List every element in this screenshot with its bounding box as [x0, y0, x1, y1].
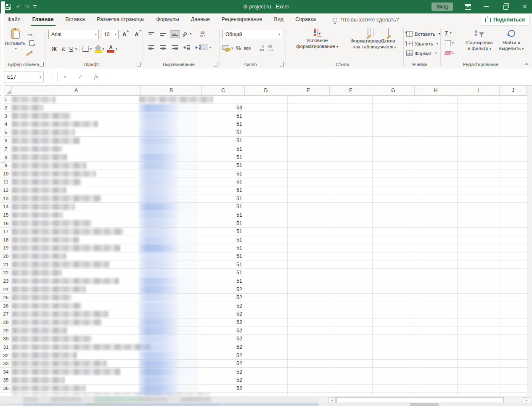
cell-value[interactable]: 53 [202, 104, 244, 112]
tab-view[interactable]: Вид [268, 13, 290, 26]
cell-value[interactable]: 52 [202, 335, 244, 343]
decrease-font-button[interactable]: А▼ [133, 31, 143, 37]
enter-entry-button[interactable]: ✓ [78, 74, 83, 80]
copy-button[interactable]: ▾ [28, 40, 35, 49]
row-header-18[interactable]: 18 [0, 236, 12, 244]
formula-input[interactable] [106, 72, 531, 82]
cell-value[interactable]: 51 [202, 120, 244, 128]
insert-cells-button[interactable]: ◂ Вставить▾ [406, 29, 440, 38]
cell-styles-button[interactable]: Стилиячеек▾ [375, 29, 401, 50]
row-header-33[interactable]: 33 [0, 360, 12, 368]
row-header-30[interactable]: 30 [0, 335, 12, 343]
horizontal-scrollbar-thumb[interactable] [336, 397, 504, 403]
row-header-36[interactable]: 36 [0, 385, 12, 393]
format-painter-button[interactable] [26, 48, 31, 57]
bold-button[interactable]: Ж [49, 46, 59, 52]
row-header-21[interactable]: 21 [0, 260, 12, 269]
increase-font-button[interactable]: А▲ [121, 31, 131, 37]
horizontal-splitter[interactable]: ⋮ [318, 397, 322, 401]
column-header-J[interactable]: J [500, 86, 527, 95]
cell-value[interactable]: 51 [202, 203, 244, 211]
vertical-scrollbar-thumb[interactable] [1, 1, 5, 163]
increase-decimal-button[interactable]: ←0,00 [259, 45, 264, 52]
column-header-E[interactable]: E [287, 86, 330, 95]
column-header-B[interactable]: B [141, 86, 202, 95]
align-top-button[interactable] [146, 30, 156, 38]
find-select-button[interactable]: Найти ивыделить▾ [499, 29, 524, 52]
cell-value[interactable]: 51 [202, 153, 244, 161]
cell-value[interactable]: 51 [202, 211, 244, 219]
cell-value[interactable]: 52 [202, 385, 244, 393]
italic-button[interactable]: К [59, 46, 68, 53]
cell-value[interactable]: 51 [202, 244, 244, 252]
row-header-25[interactable]: 25 [0, 294, 12, 302]
cell-value[interactable]: 51 [202, 162, 244, 170]
cell-value[interactable]: 51 [202, 178, 244, 186]
row-header-24[interactable]: 24 [0, 285, 12, 294]
login-button[interactable]: Вход [431, 3, 453, 11]
align-right-button[interactable] [170, 44, 180, 51]
tell-me-search[interactable]: Что вы хотите сделать? [333, 17, 399, 23]
format-cells-button[interactable]: Формат▾ [406, 49, 437, 58]
alignment-dialog-launcher[interactable] [213, 62, 217, 66]
row-header-10[interactable]: 10 [0, 170, 12, 178]
cell-value[interactable]: 51 [202, 228, 244, 236]
row-header-34[interactable]: 34 [0, 368, 12, 376]
cell-value[interactable]: 52 [202, 318, 244, 326]
tab-layout[interactable]: Разметка страницы [91, 13, 150, 26]
row-header-35[interactable]: 35 [0, 376, 12, 385]
name-box[interactable]: E17▾ [3, 72, 44, 82]
font-color-icon[interactable]: А [107, 45, 114, 53]
cell-value[interactable]: 52 [202, 294, 244, 302]
cell-value[interactable]: 52 [202, 368, 244, 376]
row-header-32[interactable]: 32 [0, 351, 12, 360]
delete-cells-button[interactable]: × Удалить▾ [406, 39, 438, 48]
cell-value[interactable]: 52 [202, 326, 244, 334]
scroll-right-button[interactable]: ▸ [523, 397, 530, 403]
row-header-23[interactable]: 23 [0, 277, 12, 286]
cell-value[interactable]: 51 [202, 194, 244, 202]
cell-value[interactable]: 51 [202, 260, 244, 268]
clear-button[interactable]: ▾ [445, 49, 454, 58]
cell-value[interactable]: 51 [202, 145, 244, 153]
fill-button[interactable]: ↓▾ [445, 39, 454, 48]
cancel-entry-button[interactable]: × [64, 74, 67, 80]
row-header-29[interactable]: 29 [0, 326, 12, 335]
row-header-12[interactable]: 12 [0, 186, 12, 195]
cell-value[interactable]: 51 [202, 112, 244, 120]
cell-value[interactable]: 52 [202, 376, 244, 384]
column-header-D[interactable]: D [245, 86, 287, 95]
cell-value[interactable]: 52 [202, 285, 244, 293]
share-button[interactable]: Поделиться [481, 14, 529, 26]
tab-help[interactable]: Справка [289, 13, 322, 26]
ribbon-display-options-icon[interactable] [465, 4, 471, 10]
minimize-button[interactable] [484, 6, 489, 7]
row-header-13[interactable]: 13 [0, 194, 12, 203]
column-header-I[interactable]: I [457, 86, 500, 95]
row-header-28[interactable]: 28 [0, 318, 12, 327]
cell-value[interactable]: 51 [202, 137, 244, 145]
cell-value[interactable]: 52 [202, 302, 244, 310]
cell-value[interactable]: 51 [202, 219, 244, 227]
tab-formulas[interactable]: Формулы [150, 13, 185, 26]
cell-value[interactable]: 52 [202, 310, 244, 318]
cell-value[interactable]: 51 [202, 269, 244, 277]
cell-value[interactable]: 51 [202, 170, 244, 178]
underline-button[interactable]: Ч [68, 46, 74, 52]
merge-center-button[interactable]: ↔▾ [200, 43, 211, 52]
cut-button[interactable]: ✂ [28, 30, 33, 39]
font-size-combo[interactable]: 10▾ [101, 30, 119, 39]
row-header-11[interactable]: 11 [0, 178, 12, 186]
column-header-H[interactable]: H [415, 86, 457, 95]
autosum-button[interactable]: Σ▾ [445, 29, 452, 37]
wrap-text-button[interactable]: abc↩ [200, 29, 205, 38]
cell-value[interactable]: 51 [202, 128, 244, 136]
column-header-F[interactable]: F [330, 86, 372, 95]
vertical-scrollbar[interactable] [527, 86, 532, 396]
tab-home[interactable]: Главная [26, 13, 60, 26]
paste-button[interactable]: Вставить ▾ [5, 29, 26, 50]
column-header-A[interactable]: A [12, 86, 141, 95]
row-header-16[interactable]: 16 [0, 219, 12, 228]
restore-button[interactable] [503, 5, 508, 9]
decrease-decimal-button[interactable]: 00→,0 [267, 45, 273, 52]
